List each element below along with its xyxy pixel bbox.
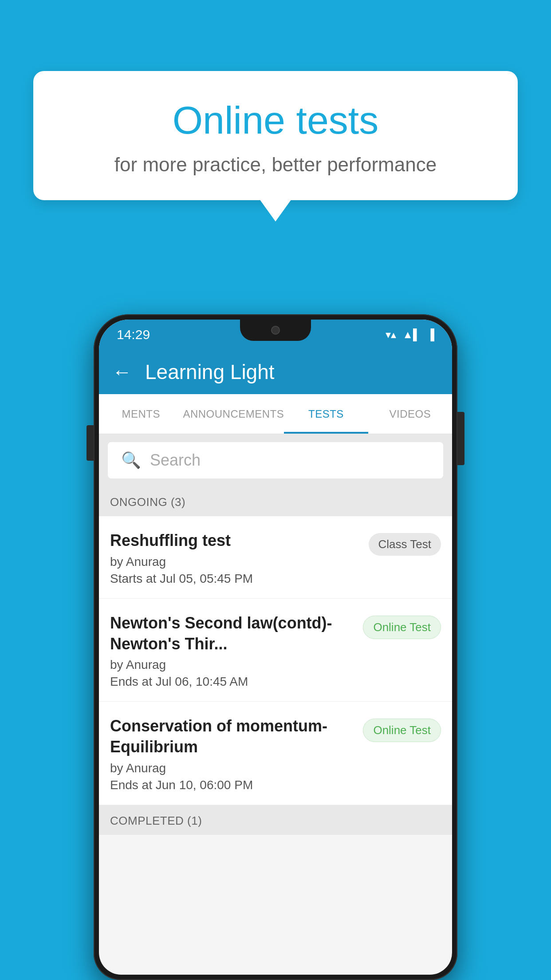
completed-title: COMPLETED (1) (110, 814, 202, 827)
test-badge-online: Online Test (363, 719, 441, 742)
test-item[interactable]: Newton's Second law(contd)-Newton's Thir… (99, 599, 452, 702)
tab-tests[interactable]: TESTS (284, 394, 368, 434)
test-item[interactable]: Conservation of momentum-Equilibrium by … (99, 702, 452, 805)
test-author: by Anurag (110, 658, 354, 672)
status-icons: ▾▴ ▲▌ ▐ (386, 328, 434, 341)
bubble-subtitle: for more practice, better performance (69, 154, 482, 176)
phone-frame: 14:29 ▾▴ ▲▌ ▐ ← Learning Light MENTS ANN… (94, 314, 457, 980)
search-bar[interactable]: 🔍 Search (108, 442, 443, 478)
status-time: 14:29 (117, 327, 150, 342)
test-badge-online: Online Test (363, 616, 441, 639)
completed-section: COMPLETED (1) (99, 805, 452, 835)
tab-announcements[interactable]: ANNOUNCEMENTS (183, 394, 284, 434)
search-icon: 🔍 (121, 451, 141, 470)
test-time: Ends at Jun 10, 06:00 PM (110, 778, 354, 792)
test-name: Newton's Second law(contd)-Newton's Thir… (110, 613, 354, 655)
speech-bubble: Online tests for more practice, better p… (33, 71, 518, 200)
test-list: Reshuffling test by Anurag Starts at Jul… (99, 516, 452, 805)
tab-videos[interactable]: VIDEOS (368, 394, 452, 434)
ongoing-title: ONGOING (3) (110, 495, 185, 509)
battery-icon: ▐ (427, 328, 434, 341)
test-content: Conservation of momentum-Equilibrium by … (110, 716, 354, 792)
phone-screen: 14:29 ▾▴ ▲▌ ▐ ← Learning Light MENTS ANN… (99, 320, 452, 975)
test-content: Newton's Second law(contd)-Newton's Thir… (110, 613, 354, 689)
speech-bubble-container: Online tests for more practice, better p… (33, 71, 518, 200)
phone-outer: 14:29 ▾▴ ▲▌ ▐ ← Learning Light MENTS ANN… (94, 314, 457, 980)
test-author: by Anurag (110, 555, 360, 569)
app-title: Learning Light (145, 360, 275, 384)
phone-notch (240, 320, 311, 341)
test-time: Ends at Jul 06, 10:45 AM (110, 675, 354, 689)
back-button[interactable]: ← (112, 361, 132, 383)
wifi-icon: ▾▴ (386, 328, 396, 341)
signal-icon: ▲▌ (402, 328, 421, 341)
test-content: Reshuffling test by Anurag Starts at Jul… (110, 530, 360, 586)
app-header: ← Learning Light (99, 350, 452, 394)
test-time: Starts at Jul 05, 05:45 PM (110, 572, 360, 586)
camera (271, 326, 280, 335)
test-badge-class: Class Test (369, 533, 441, 556)
tab-ments[interactable]: MENTS (99, 394, 183, 434)
search-placeholder: Search (150, 451, 201, 470)
ongoing-section-header: ONGOING (3) (99, 486, 452, 516)
test-name: Conservation of momentum-Equilibrium (110, 716, 354, 758)
test-item[interactable]: Reshuffling test by Anurag Starts at Jul… (99, 516, 452, 599)
test-author: by Anurag (110, 761, 354, 775)
tab-bar: MENTS ANNOUNCEMENTS TESTS VIDEOS (99, 394, 452, 434)
search-container: 🔍 Search (99, 434, 452, 486)
bubble-title: Online tests (69, 98, 482, 143)
test-name: Reshuffling test (110, 530, 360, 551)
